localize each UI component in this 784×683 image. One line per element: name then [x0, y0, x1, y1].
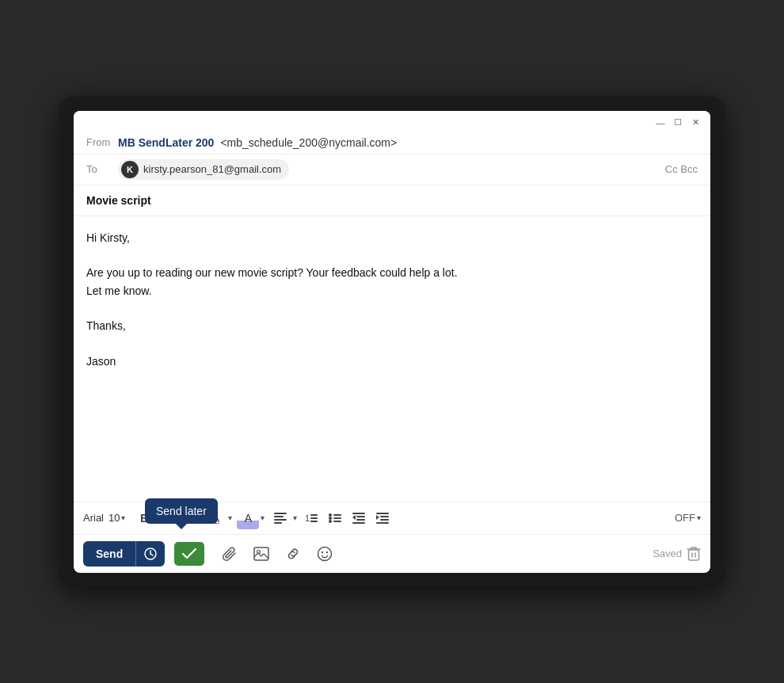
image-button[interactable]	[249, 541, 274, 567]
svg-point-10	[329, 520, 332, 523]
body-signature: Jason	[86, 353, 698, 370]
svg-line-26	[150, 554, 153, 555]
to-label: To	[86, 163, 112, 175]
svg-point-29	[318, 547, 332, 560]
highlight-button[interactable]: A	[237, 507, 259, 529]
indent-increase-button[interactable]	[371, 507, 394, 529]
title-bar-controls: — ☐ ✕	[655, 117, 701, 128]
send-button-group: Send	[83, 541, 165, 567]
body-sign-off: Thanks,	[86, 317, 698, 334]
svg-rect-1	[274, 516, 284, 517]
svg-rect-12	[333, 517, 341, 519]
svg-rect-17	[356, 519, 365, 521]
maximize-button[interactable]: ☐	[672, 117, 683, 128]
svg-rect-14	[352, 513, 365, 514]
font-size-dropdown-icon[interactable]: ▾	[121, 513, 125, 522]
font-name-label: Arial	[83, 512, 104, 524]
window-shadow: — ☐ ✕ From MB SendLater 200 <mb_schedule…	[59, 97, 725, 587]
off-label: OFF	[675, 512, 695, 524]
send-later-tooltip-label: Send later	[156, 505, 207, 517]
attach-button[interactable]	[217, 541, 242, 567]
recipient-chip[interactable]: K kirsty.pearson_81@gmail.com	[118, 159, 289, 180]
emoji-button[interactable]	[312, 541, 337, 567]
svg-rect-6	[310, 517, 318, 519]
svg-marker-21	[376, 515, 379, 520]
recipient-email: kirsty.pearson_81@gmail.com	[143, 163, 281, 175]
svg-rect-5	[310, 514, 318, 516]
svg-rect-11	[333, 514, 341, 516]
svg-rect-2	[274, 519, 287, 521]
svg-rect-27	[254, 548, 268, 560]
close-button[interactable]: ✕	[690, 117, 701, 128]
body-line1: Are you up to reading our new movie scri…	[86, 264, 698, 281]
body-line2: Let me know.	[86, 282, 698, 300]
svg-rect-32	[689, 550, 699, 560]
body-greeting: Hi Kirsty,	[86, 229, 698, 246]
svg-rect-20	[380, 516, 389, 517]
title-bar: — ☐ ✕	[74, 111, 710, 132]
off-dropdown-icon[interactable]: ▾	[697, 513, 701, 522]
svg-marker-16	[352, 515, 356, 520]
minimize-button[interactable]: —	[655, 117, 666, 128]
saved-label: Saved	[653, 548, 682, 559]
send-actions	[217, 541, 337, 567]
font-color-dropdown-icon[interactable]: ▾	[228, 513, 232, 522]
send-clock-button[interactable]	[135, 541, 165, 567]
subject-row: Movie script	[74, 185, 710, 216]
send-button[interactable]: Send	[83, 541, 135, 567]
send-label: Send	[96, 548, 123, 560]
svg-rect-13	[333, 521, 341, 522]
to-row: To K kirsty.pearson_81@gmail.com Cc Bcc	[74, 154, 710, 185]
link-button[interactable]	[280, 541, 306, 567]
font-size-label: 10 ▾	[108, 512, 125, 524]
svg-point-31	[326, 551, 328, 552]
svg-rect-23	[376, 522, 389, 524]
svg-rect-18	[352, 522, 365, 524]
align-button[interactable]	[269, 507, 291, 529]
check-button[interactable]	[174, 542, 204, 566]
svg-rect-3	[274, 522, 282, 524]
email-body[interactable]: Hi Kirsty, Are you up to reading our new…	[74, 216, 710, 502]
send-later-tooltip: Send later	[145, 498, 218, 524]
subject-text: Movie script	[86, 194, 151, 207]
send-row: Send later Send	[74, 534, 710, 573]
off-badge[interactable]: OFF ▾	[675, 512, 701, 524]
sender-email: <mb_schedule_200@nycmail.com>	[220, 136, 397, 149]
svg-rect-19	[376, 513, 389, 514]
svg-rect-22	[380, 519, 389, 521]
svg-rect-0	[274, 513, 287, 514]
svg-point-9	[329, 517, 332, 520]
indent-decrease-button[interactable]	[348, 507, 370, 529]
delete-button[interactable]	[687, 546, 701, 562]
svg-point-30	[322, 551, 323, 552]
sender-name: MB SendLater 200	[118, 136, 214, 149]
saved-area: Saved	[653, 546, 701, 562]
from-label: From	[86, 136, 112, 148]
avatar: K	[121, 161, 139, 178]
email-window: — ☐ ✕ From MB SendLater 200 <mb_schedule…	[74, 111, 710, 573]
from-row: From MB SendLater 200 <mb_schedule_200@n…	[74, 132, 710, 154]
cc-bcc-button[interactable]: Cc Bcc	[665, 163, 698, 175]
highlight-dropdown-icon[interactable]: ▾	[261, 513, 265, 522]
unordered-list-button[interactable]	[324, 507, 346, 529]
svg-rect-15	[356, 516, 365, 517]
svg-point-8	[329, 513, 332, 517]
align-dropdown-icon[interactable]: ▾	[293, 513, 297, 522]
svg-rect-7	[310, 521, 318, 522]
ordered-list-button[interactable]: 1.	[300, 507, 322, 529]
